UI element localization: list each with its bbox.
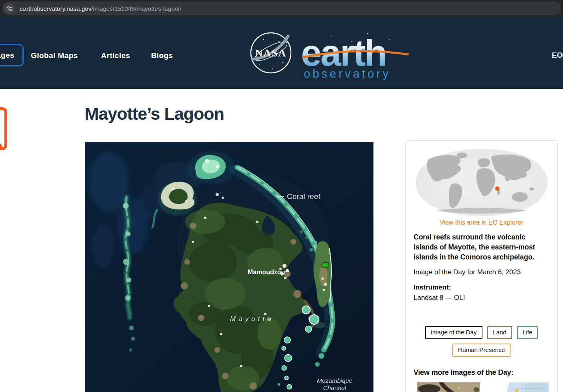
nasa-meatball-icon: NASA	[251, 33, 291, 73]
world-locator-map	[413, 147, 550, 218]
image-summary: Coral reefs surround the volcanic island…	[414, 232, 543, 262]
mozambique-label-line2: Channel	[323, 384, 346, 391]
url-domain: earthobservatory.nasa.gov	[20, 5, 91, 12]
nav-images-label: Images	[0, 51, 14, 60]
lake-dziani	[322, 262, 329, 268]
world-map-graphic	[413, 147, 550, 218]
site-settings-icon[interactable]	[4, 3, 15, 14]
observatory-logo-text: observatory	[304, 67, 391, 80]
earth-wordmark: earth observatory	[301, 32, 409, 80]
more-images-thumbnails	[417, 382, 549, 392]
url-path: /images/151046/mayottes-lagoon	[91, 5, 182, 12]
instrument-value: Landsat 8 — OLI	[414, 294, 465, 302]
nav-item-images-active[interactable]: Images	[0, 44, 24, 66]
tag-land[interactable]: Land	[487, 326, 512, 339]
north-reef	[187, 151, 235, 185]
page-title: Mayotte’s Lagoon	[85, 104, 224, 124]
orange-shape	[0, 129, 2, 147]
mayotte-label: Mayotte	[230, 315, 274, 323]
location-marker	[495, 187, 500, 191]
coral-reef-label: Coral reef	[287, 192, 321, 201]
satellite-image-graphic: Coral reef Mamoudzou Mayotte Mozambique …	[85, 142, 373, 392]
eo-explorer-link[interactable]: View this area in EO Explorer	[406, 219, 557, 226]
thumbnail-data-map[interactable]	[492, 382, 549, 392]
mozambique-label-line1: Mozambique	[317, 377, 353, 384]
mamoudzou-label: Mamoudzou	[248, 269, 285, 275]
tune-icon	[6, 6, 12, 12]
tag-image-of-the-day[interactable]: Image of the Day	[425, 326, 482, 339]
more-images-heading: View more Images of the Day:	[414, 368, 513, 377]
tag-life[interactable]: Life	[517, 326, 538, 339]
thumbnail-city-satellite[interactable]	[417, 382, 480, 392]
site-header: Images Global Maps Articles Blogs	[0, 17, 563, 89]
nav-item-articles[interactable]: Articles	[101, 51, 130, 60]
category-tags: Image of the Day Land Life Human Presenc…	[406, 326, 557, 357]
nav-item-eo-explorer[interactable]: EO Explorer	[552, 51, 563, 60]
nav-item-blogs[interactable]: Blogs	[151, 51, 173, 60]
nav-item-global-maps[interactable]: Global Maps	[31, 51, 78, 60]
url-bar[interactable]: earthobservatory.nasa.gov/images/151046/…	[2, 2, 561, 15]
image-info-sidebar: View this area in EO Explorer Coral reef…	[405, 140, 558, 392]
image-of-the-day-date: Image of the Day for March 6, 2023	[414, 268, 521, 276]
url-text: earthobservatory.nasa.gov/images/151046/…	[20, 5, 182, 12]
page-side-icon-fragment	[0, 107, 7, 150]
instrument-label: Instrument:	[414, 283, 451, 291]
earth-observatory-logo[interactable]: NASA earth observatory	[248, 26, 412, 82]
satellite-image-mayotte[interactable]: Coral reef Mamoudzou Mayotte Mozambique …	[85, 142, 373, 392]
logo-graphic: NASA earth observatory	[248, 26, 412, 82]
browser-address-bar: earthobservatory.nasa.gov/images/151046/…	[0, 0, 563, 17]
tag-human-presence[interactable]: Human Presence	[452, 344, 511, 357]
nasa-logo-text: NASA	[255, 47, 287, 59]
